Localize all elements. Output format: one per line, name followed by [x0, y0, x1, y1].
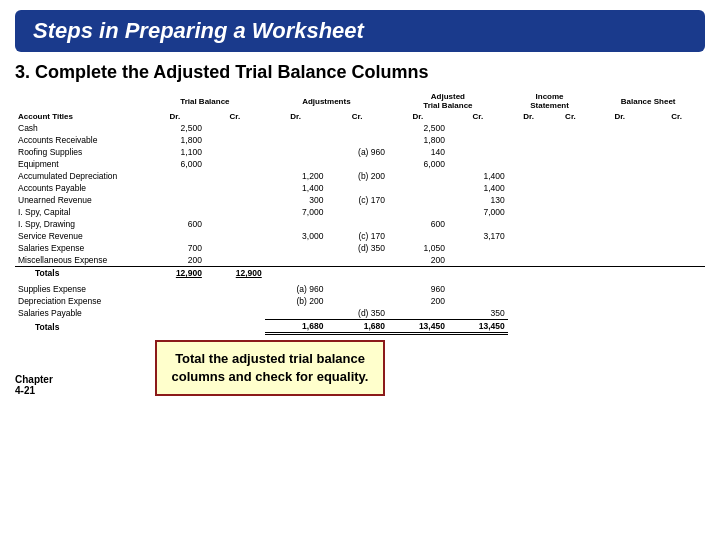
atb-dr-col: Dr.	[388, 111, 448, 122]
adjustments-header: Adjustments	[265, 91, 388, 111]
tb-cr-col: Cr.	[205, 111, 265, 122]
chapter-label: Chapter 4-21	[15, 374, 75, 396]
adj-cr-col: Cr.	[326, 111, 388, 122]
table-row: Salaries Payable(d) 350350	[15, 307, 705, 320]
table-row: Accounts Payable1,4001,400	[15, 182, 705, 194]
trial-balance-header: Trial Balance	[145, 91, 265, 111]
added-table-body: Supplies Expense(a) 960960Depreciation E…	[15, 283, 705, 334]
table-row: Equipment6,0006,000	[15, 158, 705, 170]
adjusted-trial-balance-header: AdjustedTrial Balance	[388, 91, 508, 111]
worksheet-table: Trial Balance Adjustments AdjustedTrial …	[15, 91, 705, 335]
table-row: Supplies Expense(a) 960960	[15, 283, 705, 295]
table-row: I. Spy, Capital7,0007,000	[15, 206, 705, 218]
balance-sheet-header: Balance Sheet	[591, 91, 705, 111]
account-titles-col: Account Titles	[15, 111, 145, 122]
table-row: I. Spy, Drawing600600	[15, 218, 705, 230]
bs-cr-col: Cr.	[648, 111, 705, 122]
title-banner: Steps in Preparing a Worksheet	[15, 10, 705, 52]
sub-header-row: Account Titles Dr. Cr. Dr. Cr. Dr. Cr. D…	[15, 111, 705, 122]
table-row: Depreciation Expense(b) 200200	[15, 295, 705, 307]
main-table-body: Cash2,5002,500Accounts Receivable1,8001,…	[15, 122, 705, 283]
table-row: Accounts Receivable1,8001,800	[15, 134, 705, 146]
is-cr-col: Cr.	[550, 111, 592, 122]
col-group-header-row: Trial Balance Adjustments AdjustedTrial …	[15, 91, 705, 111]
adj-dr-col: Dr.	[265, 111, 327, 122]
table-row: Totals1,6801,68013,45013,450	[15, 320, 705, 334]
subtitle: 3. Complete the Adjusted Trial Balance C…	[15, 62, 705, 83]
title-text: Steps in Preparing a Worksheet	[33, 18, 364, 43]
atb-cr-col: Cr.	[448, 111, 508, 122]
table-row: Accumulated Depreciation1,200(b) 2001,40…	[15, 170, 705, 182]
tb-dr-col: Dr.	[145, 111, 205, 122]
bs-dr-col: Dr.	[591, 111, 648, 122]
table-row: Roofing Supplies1,100(a) 960140	[15, 146, 705, 158]
table-row: Cash2,5002,500	[15, 122, 705, 134]
page: Steps in Preparing a Worksheet 3. Comple…	[0, 0, 720, 540]
is-dr-col: Dr.	[508, 111, 550, 122]
income-statement-header: IncomeStatement	[508, 91, 592, 111]
table-row: Totals12,90012,900	[15, 267, 705, 280]
table-row: Miscellaneous Expense200200	[15, 254, 705, 267]
table-row: Unearned Revenue300(c) 170130	[15, 194, 705, 206]
table-row: Service Revenue3,000(c) 1703,170	[15, 230, 705, 242]
callout-box: Total the adjusted trial balance columns…	[155, 340, 385, 396]
worksheet: Trial Balance Adjustments AdjustedTrial …	[15, 91, 705, 335]
bottom-section: Chapter 4-21 Total the adjusted trial ba…	[15, 340, 705, 396]
table-row: Salaries Expense700(d) 3501,050	[15, 242, 705, 254]
